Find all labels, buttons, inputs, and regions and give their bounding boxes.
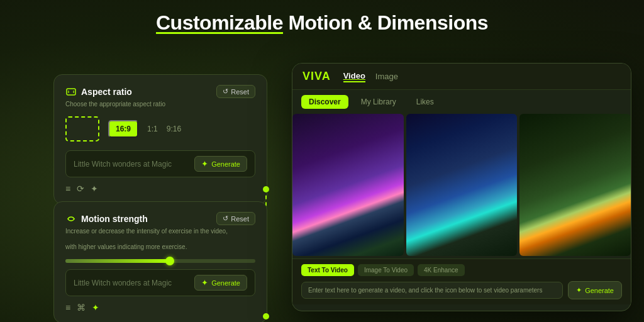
motion-slider-track[interactable] [65,259,255,263]
motion-input-row: Little Witch wonders at Magic ✦ Generate [65,269,255,296]
gallery-image-jellyfish[interactable] [406,114,518,256]
viva-bottom-bar: Text To Video Image To Video 4K Enhance … [292,258,631,304]
reset-icon: ↺ [223,87,228,96]
aspect-options: 16:9 1:1 9:16 [65,116,255,142]
viva-panel: VIVA Video Image Discover My Library Lik… [292,63,631,311]
action-tab-4k-enhance[interactable]: 4K Enhance [418,264,465,276]
viva-gallery [292,114,631,258]
aspect-11-button[interactable]: 1:1 [147,125,158,133]
viva-action-tabs: Text To Video Image To Video 4K Enhance [301,264,622,276]
viva-tab-discover[interactable]: Discover [301,95,348,109]
motion-reset-icon: ↺ [223,214,228,223]
aspect-subtitle: Choose the appropriate aspect ratio [65,101,255,108]
card-header: Aspect ratio ↺ Reset [65,85,255,98]
motion-toolbar-link-icon[interactable]: ⌘ [77,303,86,313]
motion-card-header: Motion strength ↺ Reset [65,212,255,225]
motion-title-row: Motion strength [65,213,148,225]
action-tab-text-to-video[interactable]: Text To Video [301,264,354,276]
aspect-reset-button[interactable]: ↺ Reset [216,85,255,98]
aspect-916-button[interactable]: 9:16 [167,125,181,133]
aspect-ratio-title: Aspect ratio [81,87,132,97]
aspect-wide-frame [65,116,99,142]
motion-generate-button[interactable]: ✦ Generate [194,275,247,291]
viva-topbar: VIVA Video Image [292,64,631,90]
aspect-input-row: Little Witch wonders at Magic ✦ Generate [65,150,255,177]
title-highlight: Customizable [156,11,283,34]
viva-tab-library[interactable]: My Library [353,95,404,109]
motion-toolbar: ≡ ⌘ ✦ [65,301,255,314]
gallery-image-mushroom[interactable] [519,114,631,256]
gallery-image-purple-lake[interactable] [292,114,404,256]
card-title-row: Aspect ratio [65,86,132,97]
motion-toolbar-magic-icon[interactable]: ✦ [92,303,99,313]
aspect-ratio-card: Aspect ratio ↺ Reset Choose the appropri… [53,74,267,204]
viva-generate-button[interactable]: ✦ Generate [568,281,622,299]
motion-reset-button[interactable]: ↺ Reset [216,212,255,225]
page-title: Customizable Motion & Dimensions [0,11,644,35]
motion-input-placeholder: Little Witch wonders at Magic [74,279,194,287]
toolbar-sync-icon[interactable]: ⟳ [77,184,84,194]
viva-logo: VIVA [303,70,331,83]
motion-subtitle2: with higher values indicating more exerc… [65,243,255,250]
motion-slider-fill [65,259,170,263]
viva-nav-image[interactable]: Image [375,72,398,81]
viva-tabs: Discover My Library Likes [292,90,631,114]
viva-input-row: Enter text here to generate a video, and… [301,281,622,299]
viva-text-input[interactable]: Enter text here to generate a video, and… [301,282,563,299]
viva-spark-icon: ✦ [576,286,582,294]
viva-nav: Video Image [343,71,398,82]
motion-strength-card: Motion strength ↺ Reset Increase or decr… [53,201,267,322]
aspect-169-button[interactable]: 16:9 [108,120,138,138]
toolbar-settings-icon[interactable]: ≡ [65,184,70,194]
viva-nav-video[interactable]: Video [343,71,365,82]
motion-slider-thumb[interactable] [165,257,174,265]
toolbar-magic-icon[interactable]: ✦ [91,184,98,194]
aspect-input-placeholder: Little Witch wonders at Magic [74,160,194,169]
viva-tab-likes[interactable]: Likes [409,95,441,109]
aspect-ratio-icon [65,86,77,97]
aspect-toolbar: ≡ ⟳ ✦ [65,182,255,195]
motion-toolbar-settings-icon[interactable]: ≡ [65,303,70,313]
motion-subtitle: Increase or decrease the intensity of ex… [65,228,255,235]
motion-icon [65,213,77,225]
motion-spark-icon: ✦ [201,278,208,287]
motion-strength-title: Motion strength [81,214,148,224]
connector-dot-bottom2 [263,313,269,319]
svg-rect-0 [67,89,75,95]
aspect-generate-button[interactable]: ✦ Generate [194,156,247,172]
spark-icon: ✦ [201,159,208,169]
aspect-wide-box [65,116,99,142]
action-tab-image-to-video[interactable]: Image To Video [358,264,414,276]
